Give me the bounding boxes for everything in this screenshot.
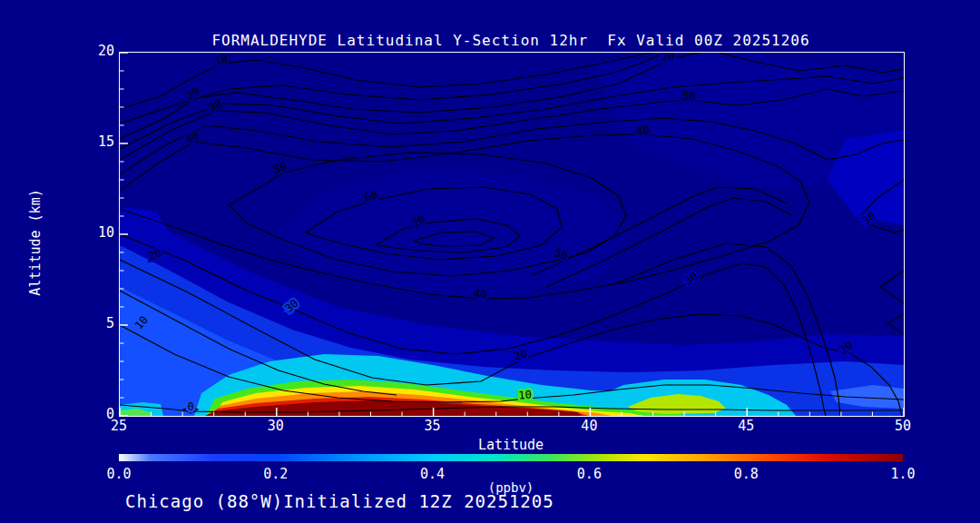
contour-label: 40 bbox=[474, 287, 488, 301]
x-tick-label: 40 bbox=[571, 419, 607, 433]
plot-frame: 1020304050607050402030403020301030202010… bbox=[119, 52, 905, 417]
colorbar-tick-label: 0.2 bbox=[256, 466, 296, 482]
colorbar bbox=[119, 454, 903, 461]
footer-annotation: Chicago (88°W)Initialized 12Z 20251205 bbox=[125, 491, 554, 511]
chart-title: FORMALDEHYDE Latitudinal Y-Section 12hr … bbox=[119, 32, 903, 49]
colorbar-tick-label: 0.4 bbox=[413, 466, 453, 482]
contour-label: 30 bbox=[682, 90, 695, 103]
contour-plot-svg: 1020304050607050402030403020301030202010… bbox=[120, 53, 904, 416]
x-tick-label: 35 bbox=[415, 419, 451, 433]
colorbar-tick-label: 0.8 bbox=[726, 466, 766, 482]
colorbar-tick-label: 0.6 bbox=[569, 466, 609, 482]
y-axis-label: Altitude (km) bbox=[27, 152, 45, 333]
x-tick-label: 30 bbox=[258, 419, 294, 433]
x-tick-label: 45 bbox=[728, 419, 764, 433]
y-tick-label: 5 bbox=[85, 317, 114, 331]
y-tick-label: 15 bbox=[85, 135, 114, 149]
contour-label: 10 bbox=[518, 388, 533, 401]
y-tick-label: 20 bbox=[85, 44, 114, 58]
contour-label: 0 bbox=[187, 400, 193, 413]
colorbar-tick-label: 0.0 bbox=[99, 466, 139, 482]
contour-label: 40 bbox=[636, 123, 651, 137]
app-window: FORMALDEHYDE Latitudinal Y-Section 12hr … bbox=[0, 0, 980, 523]
y-tick-label: 10 bbox=[85, 226, 114, 240]
x-tick-label: 50 bbox=[885, 419, 921, 433]
colorbar-tick-label: 1.0 bbox=[883, 466, 923, 482]
x-axis-label: Latitude bbox=[119, 437, 903, 453]
y-tick-label: 0 bbox=[85, 408, 114, 421]
